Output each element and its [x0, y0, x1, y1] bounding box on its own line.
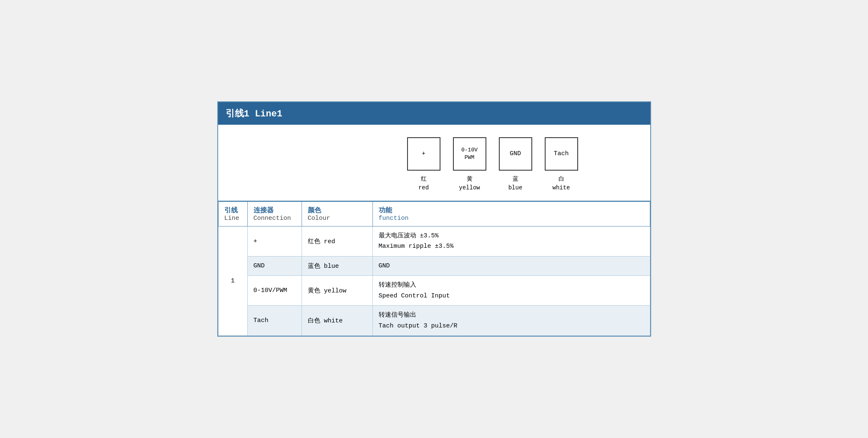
function-ripple: 最大电压波动 ±3.5% Maximum ripple ±3.5% [372, 226, 650, 256]
colour-white: 白色 white [302, 306, 372, 336]
colour-red: 红色 red [302, 226, 372, 256]
label-blue: 蓝blue [499, 175, 532, 192]
label-red: 红red [407, 175, 440, 192]
col-header-line: 引线 Line [218, 201, 247, 226]
colour-blue: 蓝色 blue [302, 256, 372, 276]
col-header-colour: 颜色 Colour [302, 201, 372, 226]
function-gnd: GND [372, 256, 650, 276]
connector-plus: + [247, 226, 302, 256]
terminal-pwm: 0-10VPWM [453, 137, 486, 171]
col-header-connection: 连接器 Connection [247, 201, 302, 226]
table-row: Tach 白色 white 转速信号输出 Tach output 3 pulse… [218, 306, 650, 336]
function-tach: 转速信号输出 Tach output 3 pulse/R [372, 306, 650, 336]
line-number-1: 1 [218, 226, 247, 336]
terminal-tach: Tach [545, 137, 578, 171]
page-title: 引线1 Line1 [226, 109, 282, 119]
col-header-function: 功能 function [372, 201, 650, 226]
connector-tach: Tach [247, 306, 302, 336]
label-yellow: 黄yellow [453, 175, 486, 192]
terminals-row: + 0-10VPWM GND Tach [407, 137, 578, 171]
function-speed: 转速控制输入 Speed Control Input [372, 276, 650, 306]
label-white: 白white [545, 175, 578, 192]
table-row: 1 + 红色 red 最大电压波动 ±3.5% Maximum ripple ±… [218, 226, 650, 256]
data-table: 引线 Line 连接器 Connection 颜色 Colour 功能 func… [218, 201, 650, 336]
table-section: 引线 Line 连接器 Connection 颜色 Colour 功能 func… [218, 201, 650, 336]
table-row: GND 蓝色 blue GND [218, 256, 650, 276]
table-row: 0-10V/PWM 黄色 yellow 转速控制输入 Speed Control… [218, 276, 650, 306]
connector-pwm: 0-10V/PWM [247, 276, 302, 306]
main-container: 引线1 Line1 + 0-10VPWM GND Tach 红red 黄yell… [217, 101, 651, 337]
diagram-inner: + 0-10VPWM GND Tach 红red 黄yellow 蓝blue 白… [407, 137, 578, 192]
table-header-row: 引线 Line 连接器 Connection 颜色 Colour 功能 func… [218, 201, 650, 226]
terminal-plus: + [407, 137, 440, 171]
colour-yellow: 黄色 yellow [302, 276, 372, 306]
diagram-section: + 0-10VPWM GND Tach 红red 黄yellow 蓝blue 白… [218, 125, 650, 201]
labels-row: 红red 黄yellow 蓝blue 白white [407, 175, 578, 192]
connector-gnd: GND [247, 256, 302, 276]
header-section: 引线1 Line1 [218, 102, 650, 125]
terminal-gnd: GND [499, 137, 532, 171]
